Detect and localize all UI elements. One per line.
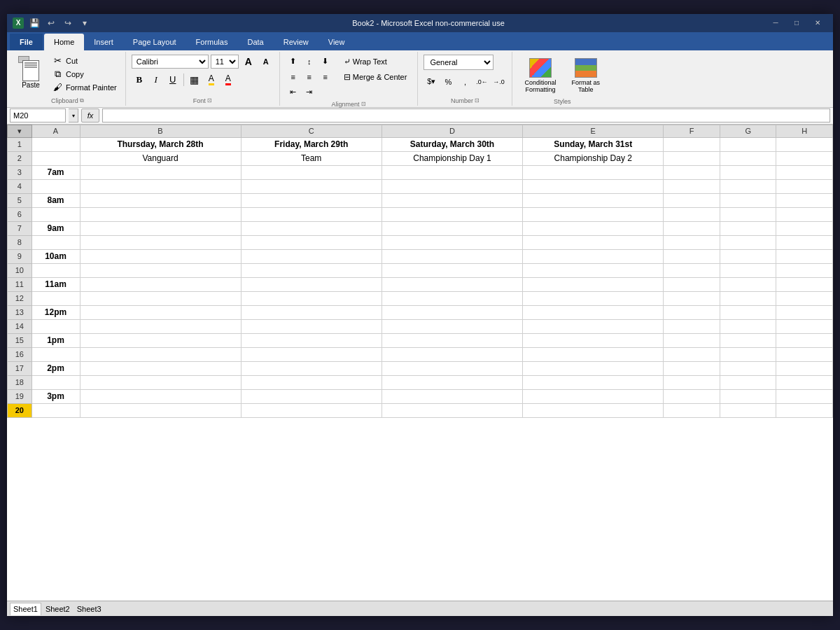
table-cell[interactable] — [523, 235, 664, 249]
col-header-a[interactable]: A — [31, 125, 80, 137]
table-cell[interactable] — [382, 333, 522, 347]
table-cell[interactable] — [776, 347, 833, 361]
table-cell[interactable] — [664, 193, 720, 207]
paste-button[interactable]: Paste — [15, 55, 46, 90]
table-cell[interactable] — [776, 291, 833, 305]
table-cell[interactable] — [720, 207, 776, 221]
table-cell[interactable] — [80, 389, 241, 403]
font-color-button[interactable]: A — [220, 72, 236, 88]
table-cell[interactable] — [80, 361, 241, 375]
formula-input[interactable] — [102, 108, 830, 122]
table-cell[interactable] — [523, 277, 664, 291]
row-header-8[interactable]: 8 — [8, 235, 32, 249]
row-header-18[interactable]: 18 — [8, 375, 32, 389]
comma-button[interactable]: , — [457, 74, 472, 90]
table-cell[interactable] — [241, 389, 382, 403]
table-cell[interactable]: 8am — [31, 193, 80, 207]
table-cell[interactable] — [382, 221, 522, 235]
table-cell[interactable] — [664, 347, 720, 361]
tab-page-layout[interactable]: Page Layout — [123, 34, 186, 50]
number-format-select[interactable]: General — [424, 55, 493, 70]
table-cell[interactable] — [382, 165, 522, 179]
table-cell[interactable] — [80, 193, 241, 207]
col-header-g[interactable]: G — [720, 125, 776, 137]
tab-file[interactable]: File — [10, 34, 43, 50]
table-cell[interactable] — [241, 403, 382, 417]
font-grow-button[interactable]: A — [241, 55, 256, 69]
table-cell[interactable] — [382, 389, 522, 403]
table-cell[interactable] — [720, 403, 776, 417]
table-cell[interactable] — [776, 165, 833, 179]
table-cell[interactable] — [523, 249, 664, 263]
table-cell[interactable] — [720, 137, 776, 151]
tab-review[interactable]: Review — [274, 34, 318, 50]
table-cell[interactable] — [776, 249, 833, 263]
table-cell[interactable] — [664, 221, 720, 235]
table-cell[interactable]: 9am — [31, 221, 80, 235]
table-cell[interactable] — [720, 361, 776, 375]
row-header-17[interactable]: 17 — [8, 361, 32, 375]
row-header-12[interactable]: 12 — [8, 291, 32, 305]
table-cell[interactable] — [523, 319, 664, 333]
row-header-13[interactable]: 13 — [8, 305, 32, 319]
table-cell[interactable] — [523, 291, 664, 305]
align-center-button[interactable]: ≡ — [302, 70, 317, 84]
table-cell[interactable] — [664, 375, 720, 389]
table-cell[interactable] — [80, 277, 241, 291]
align-bottom-button[interactable]: ⬇ — [318, 55, 333, 69]
table-cell[interactable] — [523, 375, 664, 389]
alignment-expand-icon[interactable]: ⊡ — [361, 101, 366, 107]
col-header-c[interactable]: C — [241, 125, 382, 137]
italic-button[interactable]: I — [148, 72, 164, 88]
name-box[interactable]: M20 — [10, 108, 66, 122]
currency-button[interactable]: $▾ — [424, 74, 439, 90]
table-cell[interactable] — [720, 333, 776, 347]
table-cell[interactable] — [523, 361, 664, 375]
maximize-btn[interactable]: □ — [787, 16, 806, 30]
sheet-tab-3[interactable]: Sheet3 — [74, 605, 104, 613]
table-cell[interactable] — [382, 207, 522, 221]
table-cell[interactable] — [776, 305, 833, 319]
tab-home[interactable]: Home — [44, 34, 84, 50]
table-cell[interactable] — [382, 305, 522, 319]
row-header-19[interactable]: 19 — [8, 389, 32, 403]
row-header-16[interactable]: 16 — [8, 347, 32, 361]
table-cell[interactable] — [241, 165, 382, 179]
table-cell[interactable] — [776, 403, 833, 417]
table-cell[interactable] — [31, 207, 80, 221]
table-cell[interactable] — [776, 375, 833, 389]
table-cell[interactable] — [523, 389, 664, 403]
table-cell[interactable] — [31, 137, 80, 151]
table-cell[interactable] — [720, 151, 776, 165]
copy-button[interactable]: ⧉ Copy — [49, 68, 120, 80]
table-cell[interactable] — [241, 221, 382, 235]
table-cell[interactable] — [80, 179, 241, 193]
tab-data[interactable]: Data — [237, 34, 273, 50]
table-cell[interactable]: 7am — [31, 165, 80, 179]
table-cell[interactable]: Championship Day 2 — [523, 151, 664, 165]
table-cell[interactable] — [382, 361, 522, 375]
row-header-3[interactable]: 3 — [8, 165, 32, 179]
decrease-indent-button[interactable]: ⇤ — [286, 85, 301, 99]
table-cell[interactable] — [382, 249, 522, 263]
table-cell[interactable]: Saturday, March 30th — [382, 137, 522, 151]
number-expand-icon[interactable]: ⊡ — [475, 97, 479, 104]
row-header-14[interactable]: 14 — [8, 319, 32, 333]
table-cell[interactable] — [382, 193, 522, 207]
table-cell[interactable]: 2pm — [31, 361, 80, 375]
table-cell[interactable] — [664, 291, 720, 305]
table-cell[interactable] — [776, 221, 833, 235]
table-cell[interactable] — [720, 263, 776, 277]
font-expand-icon[interactable]: ⊡ — [207, 97, 212, 104]
table-cell[interactable] — [776, 319, 833, 333]
table-cell[interactable] — [720, 235, 776, 249]
table-cell[interactable] — [664, 333, 720, 347]
row-header-6[interactable]: 6 — [8, 207, 32, 221]
merge-center-button[interactable]: ⊟ Merge & Center — [339, 70, 412, 84]
table-cell[interactable] — [31, 375, 80, 389]
tab-view[interactable]: View — [318, 34, 355, 50]
table-cell[interactable] — [664, 263, 720, 277]
table-cell[interactable]: Sunday, March 31st — [523, 137, 664, 151]
conditional-formatting-button[interactable]: ConditionalFormatting — [518, 55, 562, 97]
font-size-select[interactable]: 11 — [211, 55, 239, 69]
